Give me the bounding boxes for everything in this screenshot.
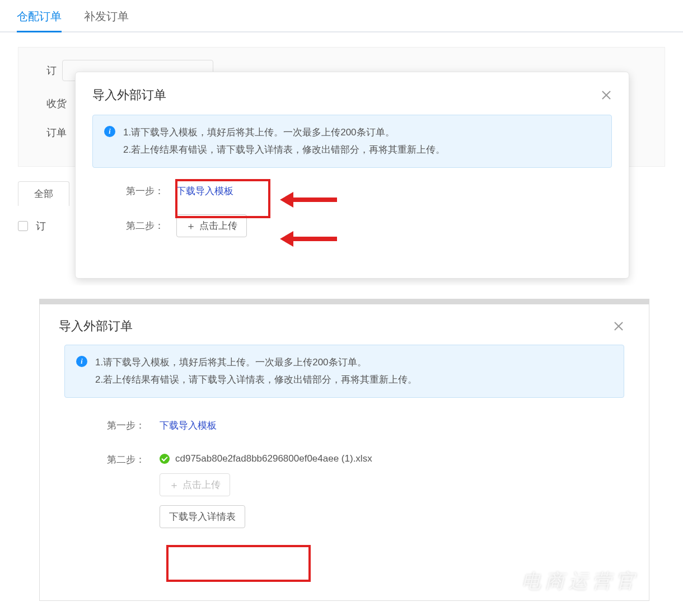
uploaded-file: cd975ab80e2fad8bb6296800ef0e4aee (1).xls… xyxy=(160,453,372,464)
tab-cangpei[interactable]: 仓配订单 xyxy=(17,4,62,32)
step-1-label: 第一步： xyxy=(126,185,176,198)
form-label-3: 订单 xyxy=(46,126,67,139)
info-line-2: 2.若上传结果有错误，请下载导入详情表，修改出错部分，再将其重新上传。 xyxy=(123,142,445,159)
info-line-1b: 1.请下载导入模板，填好后将其上传。一次最多上传200条订单。 xyxy=(95,354,417,372)
info-icon-2: i xyxy=(76,356,87,367)
page-tabs: 仓配订单 补发订单 xyxy=(0,0,683,32)
close-icon[interactable] xyxy=(601,90,612,101)
info-line-2b: 2.若上传结果有错误，请下载导入详情表，修改出错部分，再将其重新上传。 xyxy=(95,372,417,389)
download-template-link[interactable]: 下载导入模板 xyxy=(176,185,233,198)
plus-icon: ＋ xyxy=(186,221,196,231)
info-text: 1.请下载导入模板，填好后将其上传。一次最多上传200条订单。 2.若上传结果有… xyxy=(123,124,445,158)
info-text-2: 1.请下载导入模板，填好后将其上传。一次最多上传200条订单。 2.若上传结果有… xyxy=(95,354,417,388)
step-2-label-2: 第二步： xyxy=(107,453,160,466)
success-icon xyxy=(160,454,170,464)
screenshot-1: 仓配订单 补发订单 订 收货 订单 全部 订 导入外部订单 i 1.请下载导入模… xyxy=(0,0,683,285)
download-detail-label: 下载导入详情表 xyxy=(169,510,236,523)
step-1-label-2: 第一步： xyxy=(107,419,160,432)
modal-header-2: 导入外部订单 xyxy=(48,304,641,345)
watermark: 电商运营官 xyxy=(522,568,639,594)
screenshot-2: 导入外部订单 i 1.请下载导入模板，填好后将其上传。一次最多上传200条订单。… xyxy=(39,299,649,601)
status-tab-all[interactable]: 全部 xyxy=(18,181,69,206)
modal-title: 导入外部订单 xyxy=(92,87,166,104)
info-box-2: i 1.请下载导入模板，填好后将其上传。一次最多上传200条订单。 2.若上传结… xyxy=(64,345,624,398)
tab-bufa[interactable]: 补发订单 xyxy=(84,4,129,31)
download-template-link-2[interactable]: 下载导入模板 xyxy=(160,419,217,432)
upload-button-label: 点击上传 xyxy=(199,219,237,232)
step-2-row: 第二步： ＋ 点击上传 xyxy=(92,214,612,237)
info-box: i 1.请下载导入模板，填好后将其上传。一次最多上传200条订单。 2.若上传结… xyxy=(92,115,612,168)
form-label-2: 收货 xyxy=(46,97,67,110)
uploaded-file-name: cd975ab80e2fad8bb6296800ef0e4aee (1).xls… xyxy=(175,453,372,464)
import-modal-2: 导入外部订单 i 1.请下载导入模板，填好后将其上传。一次最多上传200条订单。… xyxy=(48,304,641,600)
info-line-1: 1.请下载导入模板，填好后将其上传。一次最多上传200条订单。 xyxy=(123,124,445,142)
import-modal-1: 导入外部订单 i 1.请下载导入模板，填好后将其上传。一次最多上传200条订单。… xyxy=(75,72,629,279)
close-icon-2[interactable] xyxy=(613,321,624,332)
step-2-row-2: 第二步： cd975ab80e2fad8bb6296800ef0e4aee (1… xyxy=(48,453,641,528)
upload-button-2[interactable]: ＋ 点击上传 xyxy=(160,473,230,496)
modal-header: 导入外部订单 xyxy=(76,72,629,115)
annotation-box-2 xyxy=(166,545,311,582)
download-detail-button[interactable]: 下载导入详情表 xyxy=(160,505,245,528)
col-label: 订 xyxy=(36,219,46,233)
upload-button[interactable]: ＋ 点击上传 xyxy=(176,214,247,237)
checkbox-all[interactable] xyxy=(18,221,28,231)
modal-title-2: 导入外部订单 xyxy=(59,318,133,335)
info-icon: i xyxy=(104,126,115,137)
plus-icon-2: ＋ xyxy=(169,480,179,490)
step-1-row: 第一步： 下载导入模板 xyxy=(92,185,612,198)
form-label-1: 订 xyxy=(46,64,57,77)
step-2-label: 第二步： xyxy=(126,219,176,232)
step-1-row-2: 第一步： 下载导入模板 xyxy=(48,419,641,432)
upload-button-label-2: 点击上传 xyxy=(183,478,221,491)
